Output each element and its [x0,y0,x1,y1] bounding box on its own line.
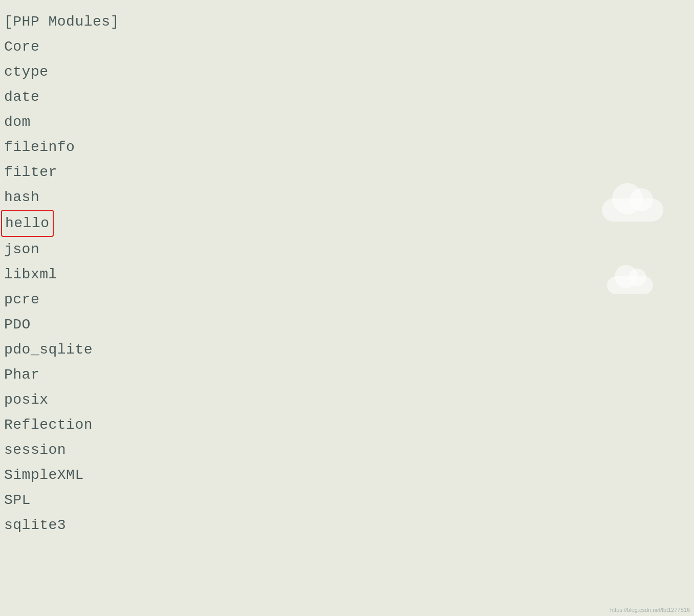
module-item-simplexml: SimpleXML [4,463,694,488]
module-item-hash: hash [4,185,694,210]
module-item-spl: SPL [4,488,694,513]
watermark: https://blog.csdn.net/lbt1277516 [610,607,690,613]
module-item-filter: filter [4,160,694,185]
highlighted-module: hello [1,210,54,237]
module-item-posix: posix [4,387,694,412]
module-item-reflection: Reflection [4,412,694,437]
module-item-date: date [4,84,694,109]
module-item-session: session [4,437,694,463]
module-list: Corectypedatedomfileinfofilterhashhelloj… [4,34,694,538]
module-item-json: json [4,237,694,262]
module-item-libxml: libxml [4,262,694,287]
module-item-pdo_sqlite: pdo_sqlite [4,337,694,362]
module-item-pcre: pcre [4,287,694,312]
module-item-pdo: PDO [4,312,694,337]
module-item-fileinfo: fileinfo [4,135,694,160]
module-item-hello: hello [4,210,694,237]
module-item-sqlite3: sqlite3 [4,513,694,538]
php-modules-header: [PHP Modules] [4,9,694,34]
module-item-phar: Phar [4,362,694,387]
module-item-core: Core [4,34,694,59]
content-area: [PHP Modules] Corectypedatedomfileinfofi… [0,0,694,547]
module-item-ctype: ctype [4,59,694,84]
module-item-dom: dom [4,109,694,135]
